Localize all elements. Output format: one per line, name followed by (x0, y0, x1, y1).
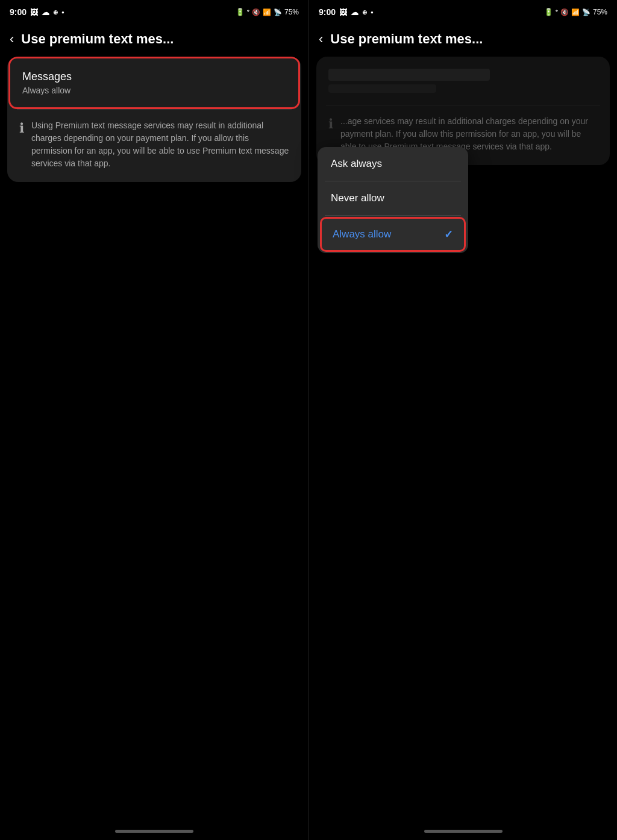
dropdown-divider-2 (325, 215, 461, 216)
messages-subtitle: Always allow (22, 86, 286, 95)
mute-icon-right: 🔇 (560, 8, 569, 16)
battery-text-left: 75% (284, 8, 299, 16)
home-bar-right (424, 830, 503, 833)
mute-icon: 🔇 (252, 8, 260, 16)
back-button-right[interactable]: ‹ (319, 31, 323, 47)
gallery-icon: 🖼 (30, 8, 38, 17)
info-icon-left: ℹ (19, 121, 24, 136)
time-right: 9:00 (319, 7, 336, 17)
info-section-left: ℹ Using Premium text message services ma… (7, 110, 301, 182)
page-header-right: ‹ Use premium text mes... (309, 24, 617, 57)
page-header-left: ‹ Use premium text mes... (0, 24, 308, 57)
signal-icon-right: 📡 (582, 8, 590, 16)
status-left-right: 9:00 🖼 ☁ ⊕ ● (319, 7, 374, 17)
never-allow-label: Never allow (331, 192, 384, 204)
messages-item[interactable]: Messages Always allow (8, 57, 300, 109)
dimmed-messages-item (316, 57, 610, 105)
messages-title: Messages (22, 71, 286, 83)
left-phone-panel: 9:00 🖼 ☁ ⊕ ● 🔋 * 🔇 📶 📡 75% ‹ Use premium… (0, 0, 308, 840)
signal-icon: 📡 (274, 8, 282, 16)
alert-icon: ⊕ (53, 9, 58, 16)
settings-card-left: Messages Always allow ℹ Using Premium te… (7, 57, 301, 182)
status-right-right: 🔋 * 🔇 📶 📡 75% (544, 8, 607, 16)
cloud-icon-right: ☁ (351, 8, 359, 17)
wifi-icon-right: 📶 (571, 8, 580, 16)
status-bar-right: 9:00 🖼 ☁ ⊕ ● 🔋 * 🔇 📶 📡 75% (309, 0, 617, 24)
bluetooth-icon: * (247, 8, 249, 16)
page-title-left: Use premium text mes... (21, 31, 174, 47)
back-button-left[interactable]: ‹ (10, 31, 14, 47)
status-left: 9:00 🖼 ☁ ⊕ ● (10, 7, 64, 17)
cloud-icon: ☁ (42, 8, 49, 17)
content-left: Messages Always allow ℹ Using Premium te… (0, 57, 308, 830)
battery-text-right: 75% (593, 8, 607, 16)
status-right-left: 🔋 * 🔇 📶 📡 75% (236, 8, 299, 16)
info-text-left: Using Premium text message services may … (31, 119, 289, 170)
right-phone-panel: 9:00 🖼 ☁ ⊕ ● 🔋 * 🔇 📶 📡 75% ‹ Use premium… (308, 0, 617, 840)
bluetooth-icon-right: * (556, 8, 558, 16)
dropdown-always-allow[interactable]: Always allow ✓ (320, 217, 466, 252)
info-icon-right: ℹ (328, 116, 333, 132)
battery-icon-right: 🔋 (544, 8, 553, 16)
wifi-icon: 📶 (263, 8, 271, 16)
home-bar-left (115, 830, 193, 833)
dropdown-never-allow[interactable]: Never allow (318, 181, 468, 215)
checkmark-icon: ✓ (444, 228, 453, 241)
gallery-icon-right: 🖼 (339, 8, 347, 17)
page-title-right: Use premium text mes... (330, 31, 483, 47)
dropdown-menu[interactable]: Ask always Never allow Always allow ✓ (318, 147, 468, 253)
time-left: 9:00 (10, 7, 27, 17)
battery-icon: 🔋 (236, 8, 245, 16)
alert-icon-right: ⊕ (362, 9, 367, 16)
always-allow-label: Always allow (333, 228, 391, 240)
content-right: Ask always Never allow Always allow ✓ ℹ (309, 57, 617, 830)
ask-always-label: Ask always (331, 158, 382, 169)
dot-icon-right: ● (371, 10, 374, 15)
dropdown-ask-always[interactable]: Ask always (318, 147, 468, 181)
status-bar-left: 9:00 🖼 ☁ ⊕ ● 🔋 * 🔇 📶 📡 75% (0, 0, 308, 24)
dot-icon: ● (61, 10, 64, 15)
